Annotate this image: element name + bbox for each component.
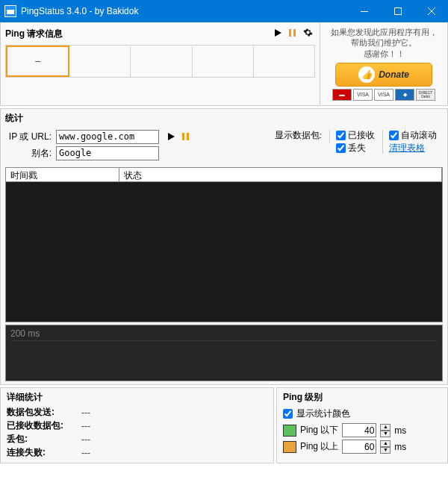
stats-section: 统计 IP 或 URL: 别名: 显示数据包: 已接收 丢失 自动滚动 清理表格 xyxy=(0,108,448,385)
ping-above-input[interactable] xyxy=(342,440,376,454)
svg-rect-11 xyxy=(187,133,189,140)
detail-received-label: 已接收数据包: xyxy=(7,419,81,432)
minimize-button[interactable] xyxy=(347,0,381,22)
maximize-button[interactable] xyxy=(381,0,414,22)
titlebar: PingStatus 3.4.0 - by Bakidok xyxy=(0,0,448,22)
detail-stats-title: 详细统计 xyxy=(7,391,267,406)
stats-title: 统计 xyxy=(5,112,443,125)
above-spin-down[interactable]: ▼ xyxy=(380,447,391,454)
detail-sent-label: 数据包发送: xyxy=(7,406,81,419)
show-packets-label: 显示数据包: xyxy=(275,130,322,141)
svg-rect-2 xyxy=(361,11,368,12)
ping-below-input[interactable] xyxy=(342,423,376,437)
input-column: IP 或 URL: 别名: xyxy=(8,130,159,163)
show-color-checkbox[interactable] xyxy=(283,409,293,419)
ping-slot-grid: – xyxy=(5,45,315,78)
svg-rect-7 xyxy=(289,29,291,37)
ping-slot-5[interactable] xyxy=(254,46,314,77)
ping-slot-4[interactable] xyxy=(193,46,254,77)
card-amex: ◆ xyxy=(395,89,414,101)
show-color-label: 显示统计颜色 xyxy=(296,407,350,420)
detail-lost-value: --- xyxy=(81,434,90,445)
orange-swatch[interactable] xyxy=(283,441,296,453)
col-timestamp[interactable]: 时间戳 xyxy=(6,168,119,181)
pause-ping-icon[interactable] xyxy=(180,131,192,143)
donate-panel: 如果您发现此应用程序有用， 帮助我们维护它。 感谢你！！ 👍 Donate ▬ … xyxy=(320,22,447,105)
play-all-icon[interactable] xyxy=(270,28,285,40)
autoscroll-label: 自动滚动 xyxy=(401,130,437,141)
results-table: 时间戳 状态 xyxy=(5,167,443,322)
ping-slot-2[interactable] xyxy=(69,46,131,77)
detail-lost-label: 丢包: xyxy=(7,433,81,446)
graph-scale-label: 200 ms xyxy=(10,328,40,339)
ip-url-label: IP 或 URL: xyxy=(8,131,56,143)
donate-message-1: 如果您发现此应用程序有用， xyxy=(325,27,443,37)
svg-marker-6 xyxy=(275,29,281,37)
detail-failed-value: --- xyxy=(81,448,90,458)
card-visa-1: VISA xyxy=(353,89,373,101)
window-title: PingStatus 3.4.0 - by Bakidok xyxy=(21,6,347,16)
ping-request-panel: Ping 请求信息 – xyxy=(1,22,320,105)
svg-rect-8 xyxy=(293,29,296,37)
ping-level-panel: Ping 级别 显示统计颜色 Ping 以下 ▲▼ ms Ping 以上 ▲▼ … xyxy=(276,387,448,463)
results-table-body[interactable] xyxy=(5,182,443,322)
donate-button-label: Donate xyxy=(379,69,409,80)
ping-slot-3[interactable] xyxy=(131,46,192,77)
col-status[interactable]: 状态 xyxy=(119,168,442,181)
start-ping-icon[interactable] xyxy=(165,131,177,143)
card-directdebit: DIRECTDebit xyxy=(416,89,435,101)
svg-rect-1 xyxy=(7,8,14,10)
donate-message-3: 感谢你！！ xyxy=(325,49,443,59)
autoscroll-checkbox[interactable] xyxy=(389,131,399,140)
ip-url-input[interactable] xyxy=(56,130,159,144)
payment-cards: ▬ VISA VISA ◆ DIRECTDebit xyxy=(325,89,443,101)
above-unit: ms xyxy=(394,442,406,452)
alias-label: 别名: xyxy=(8,147,56,160)
detail-sent-value: --- xyxy=(81,407,90,418)
detail-failed-label: 连接失败: xyxy=(7,446,81,459)
latency-graph: 200 ms xyxy=(5,325,443,381)
card-visa-2: VISA xyxy=(374,89,393,101)
card-mastercard: ▬ xyxy=(332,89,352,101)
detail-received-value: --- xyxy=(81,421,90,431)
svg-marker-9 xyxy=(168,133,175,140)
app-icon xyxy=(4,5,16,17)
received-checkbox[interactable] xyxy=(336,131,346,140)
ping-below-label: Ping 以下 xyxy=(300,424,338,437)
below-spin-up[interactable]: ▲ xyxy=(380,424,391,431)
settings-icon[interactable] xyxy=(300,28,315,40)
svg-rect-3 xyxy=(394,8,401,15)
donate-button[interactable]: 👍 Donate xyxy=(335,63,432,87)
svg-rect-10 xyxy=(182,133,184,140)
lost-label: 丢失 xyxy=(348,143,366,154)
close-button[interactable] xyxy=(414,0,448,22)
thumbs-up-icon: 👍 xyxy=(358,66,375,83)
above-spin-up[interactable]: ▲ xyxy=(380,440,391,447)
lost-checkbox[interactable] xyxy=(336,143,346,153)
clear-table-link[interactable]: 清理表格 xyxy=(389,143,425,154)
ping-request-label: Ping 请求信息 xyxy=(5,28,270,40)
ping-above-label: Ping 以上 xyxy=(300,440,338,453)
detail-stats-panel: 详细统计 数据包发送:--- 已接收数据包:--- 丢包:--- 连接失败:--… xyxy=(0,387,274,463)
green-swatch[interactable] xyxy=(283,425,296,437)
alias-input[interactable] xyxy=(56,146,159,160)
ping-level-title: Ping 级别 xyxy=(283,391,441,406)
below-spin-down[interactable]: ▼ xyxy=(380,431,391,437)
ping-slot-1[interactable]: – xyxy=(6,46,69,77)
below-unit: ms xyxy=(394,425,406,436)
pause-all-icon[interactable] xyxy=(285,28,300,40)
donate-message-2: 帮助我们维护它。 xyxy=(325,37,443,48)
received-label: 已接收 xyxy=(348,130,375,141)
